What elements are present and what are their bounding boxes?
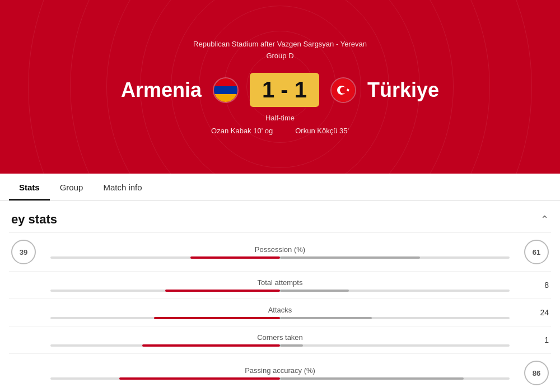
stat-bar-left — [190, 256, 280, 259]
svg-rect-3 — [214, 94, 237, 102]
venue-info: Republican Stadium after Vazgen Sargsyan… — [193, 39, 367, 62]
stat-row: Attacks24 — [9, 299, 551, 326]
tab-stats[interactable]: Stats — [9, 174, 50, 200]
away-team-name: Türkiye — [367, 78, 439, 102]
stat-right-value: 8 — [544, 281, 549, 290]
tab-group[interactable]: Group — [50, 174, 94, 200]
stat-row: Passing accuracy (%)86 — [9, 354, 551, 392]
stats-section: ey stats ⌃ 39Possession (%)61Total attem… — [0, 201, 560, 392]
stats-title: ey stats — [11, 212, 57, 227]
stat-bar-track — [50, 377, 510, 380]
group-name: Group D — [266, 52, 293, 60]
stat-right-circle: 61 — [524, 240, 549, 264]
stat-center: Possession (%) — [45, 245, 515, 259]
home-scorer: Ozan Kabak 10' og — [211, 127, 273, 135]
stat-bar-right — [280, 290, 349, 292]
stat-bar-right — [280, 344, 303, 347]
svg-rect-2 — [214, 86, 237, 94]
stat-center: Passing accuracy (%) — [45, 366, 515, 380]
stat-label: Possession (%) — [255, 245, 305, 254]
stat-label: Attacks — [268, 306, 292, 314]
stat-center: Corners taken — [45, 333, 515, 347]
home-team-flag — [213, 77, 239, 103]
stat-left-circle: 39 — [11, 240, 36, 264]
stat-center: Attacks — [45, 306, 515, 319]
stat-bar-left — [142, 344, 280, 347]
away-team-flag — [330, 77, 356, 103]
stat-bar-left — [119, 377, 280, 380]
stat-row: Total attempts8 — [9, 272, 551, 299]
tab-match-info[interactable]: Match info — [93, 174, 152, 200]
stat-row: 39Possession (%)61 — [9, 233, 551, 272]
scoreline: Armenia 1 - 1 — [121, 73, 439, 107]
stat-right-circle: 86 — [524, 361, 549, 385]
match-header: Republican Stadium after Vazgen Sargsyan… — [0, 0, 560, 174]
stats-header: ey stats ⌃ — [9, 201, 551, 233]
stat-row: Corners taken1 — [9, 326, 551, 354]
venue-name: Republican Stadium after Vazgen Sargsyan… — [193, 40, 367, 48]
tabs-bar: Stats Group Match info — [0, 174, 560, 201]
stat-rows: 39Possession (%)61Total attempts8Attacks… — [9, 233, 551, 392]
stat-bar-right — [280, 317, 372, 319]
armenia-flag-icon — [214, 78, 237, 102]
stat-bar-left — [165, 290, 280, 292]
stat-label: Passing accuracy (%) — [245, 366, 315, 375]
stat-right-value: 24 — [540, 308, 549, 317]
away-scorer: Orkun Kökçü 35' — [295, 127, 349, 135]
stat-left: 39 — [11, 240, 45, 264]
stat-bar-track — [50, 256, 510, 259]
stat-right: 1 — [515, 335, 549, 344]
svg-point-7 — [340, 87, 347, 94]
stat-bar-track — [50, 344, 510, 347]
stat-label: Corners taken — [257, 333, 303, 342]
stat-bar-right — [280, 256, 420, 259]
stat-bar-track — [50, 317, 510, 319]
home-team-name: Armenia — [121, 78, 202, 102]
stat-center: Total attempts — [45, 278, 515, 292]
stat-right: 61 — [515, 240, 549, 264]
stat-bar-left — [154, 317, 281, 319]
svg-rect-1 — [214, 78, 237, 86]
stat-right: 8 — [515, 281, 549, 290]
stat-bar-track — [50, 290, 510, 292]
score-display: 1 - 1 — [250, 73, 319, 107]
stat-right: 86 — [515, 361, 549, 385]
stat-bar-right — [280, 377, 464, 380]
stat-label: Total attempts — [258, 278, 303, 287]
scorers-list: Ozan Kabak 10' og Orkun Kökçü 35' — [211, 127, 349, 135]
stat-right-value: 1 — [544, 335, 549, 344]
collapse-icon[interactable]: ⌃ — [540, 213, 549, 226]
stat-right: 24 — [515, 308, 549, 317]
match-status: Half-time — [265, 114, 295, 122]
turkey-flag-icon — [332, 78, 355, 102]
